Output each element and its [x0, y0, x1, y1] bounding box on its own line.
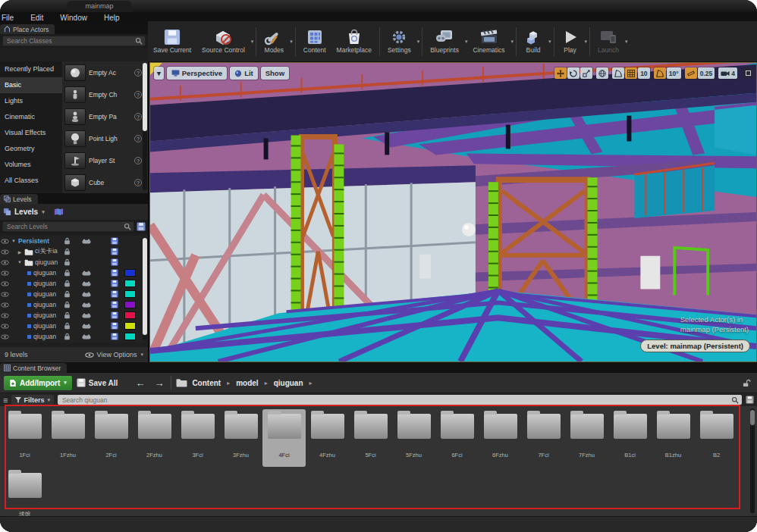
eye-icon[interactable] [0, 313, 9, 318]
folder-item[interactable]: 4Fzhu [306, 409, 349, 467]
help-badge[interactable]: ? [134, 91, 142, 99]
level-color-swatch[interactable] [124, 333, 136, 340]
save-search-icon[interactable] [746, 396, 754, 404]
gamepad-icon[interactable] [82, 301, 91, 308]
level-color-swatch[interactable] [124, 322, 136, 330]
breadcrumb-content[interactable]: Content [192, 379, 221, 387]
panel-splitter[interactable] [148, 62, 149, 362]
lock-sources-button[interactable] [743, 376, 751, 390]
breadcrumb-model[interactable]: model [236, 379, 258, 387]
chevron-down-icon[interactable]: ▾ [251, 39, 254, 45]
blueprints-button[interactable]: Blueprints [425, 23, 464, 60]
menu-file[interactable]: File [2, 14, 14, 22]
folder-item[interactable]: 3Fci [176, 409, 219, 467]
folder-item[interactable]: 7Fci [522, 409, 565, 467]
surface-snap-button[interactable] [612, 67, 624, 79]
search-classes-input[interactable] [5, 36, 135, 45]
viewport-3d[interactable]: ▾ Perspective Lit Show 1 [149, 62, 757, 362]
actor-item-point-light[interactable]: Point Ligh ? [62, 127, 148, 149]
source-control-button[interactable]: Source Control [196, 23, 250, 60]
tab-levels[interactable]: Levels [0, 194, 38, 204]
level-row-folder[interactable]: ▼ qiuguan [0, 257, 148, 268]
eye-icon[interactable] [0, 324, 9, 329]
tab-place-actors[interactable]: Place Actors [0, 24, 55, 34]
chevron-down-icon[interactable]: ▾ [290, 39, 293, 45]
folder-item[interactable]: B2 [695, 409, 738, 467]
grid-snap-value[interactable]: 10 [638, 67, 650, 79]
actor-item-empty-character[interactable]: Empty Ch ? [62, 83, 148, 105]
breadcrumb-separator[interactable]: ▸ [308, 380, 314, 386]
scale-snap-toggle[interactable] [685, 67, 697, 79]
search-assets-input[interactable] [61, 396, 731, 405]
eye-icon[interactable] [0, 292, 9, 297]
save-current-button[interactable]: Save Current [148, 23, 196, 60]
lock-icon[interactable] [64, 248, 71, 256]
scale-snap-value[interactable]: 0.25 [698, 67, 715, 79]
move-tool-button[interactable] [554, 67, 567, 79]
level-color-swatch[interactable] [124, 301, 136, 308]
category-lights[interactable]: Lights [0, 93, 62, 109]
gamepad-icon[interactable] [82, 322, 91, 330]
lock-icon[interactable] [64, 269, 71, 277]
actor-item-empty-actor[interactable]: Empty Ac ? [62, 61, 148, 83]
back-button[interactable]: ← [133, 377, 147, 389]
category-visual-effects[interactable]: Visual Effects [0, 125, 62, 141]
folder-item[interactable]: 2Fzhu [133, 409, 176, 467]
help-badge[interactable]: ? [134, 157, 142, 164]
build-button[interactable]: Build [519, 23, 548, 60]
chevron-down-icon[interactable]: ▾ [585, 39, 588, 45]
window-title-tab[interactable]: mainmap [67, 1, 132, 12]
lock-icon[interactable] [64, 237, 71, 246]
forward-button[interactable]: → [152, 377, 166, 389]
save-level-icon[interactable] [111, 237, 118, 246]
save-level-icon[interactable] [111, 311, 118, 320]
level-row[interactable]: qiuguan [0, 268, 148, 278]
maximize-viewport-button[interactable] [743, 67, 753, 78]
folder-item[interactable]: 7Fzhu [565, 409, 608, 467]
viewport-options-button[interactable]: ▾ [154, 67, 164, 80]
chevron-down-icon[interactable]: ▾ [417, 39, 420, 45]
lock-icon[interactable] [64, 333, 71, 341]
menu-window[interactable]: Window [60, 14, 87, 22]
chevron-down-icon[interactable]: ▾ [625, 39, 628, 45]
folder-item[interactable]: 1Fzhu [46, 409, 90, 467]
eye-icon[interactable] [0, 334, 9, 340]
lock-icon[interactable] [64, 301, 71, 309]
category-recently-placed[interactable]: Recently Placed [0, 61, 62, 77]
lock-icon[interactable] [64, 322, 71, 330]
save-level-icon[interactable] [111, 290, 118, 299]
expand-arrow-icon[interactable]: ▶ [17, 249, 23, 255]
rotation-snap-value[interactable]: 10° [667, 67, 681, 79]
gamepad-icon[interactable] [82, 237, 91, 245]
scrollbar[interactable] [143, 63, 147, 190]
search-levels-input[interactable] [5, 222, 124, 231]
help-badge[interactable]: ? [134, 113, 142, 120]
rotate-tool-button[interactable] [567, 67, 580, 79]
level-color-swatch[interactable] [124, 311, 136, 319]
scrollbar[interactable] [750, 408, 755, 513]
save-level-icon[interactable] [111, 322, 118, 330]
actor-item-cube[interactable]: Cube ? [62, 171, 148, 193]
category-cinematic[interactable]: Cinematic [0, 109, 62, 125]
gamepad-icon[interactable] [82, 311, 91, 319]
save-level-icon[interactable] [111, 280, 118, 288]
category-geometry[interactable]: Geometry [0, 141, 62, 157]
filters-button[interactable]: Filters ▾ [11, 395, 54, 405]
lit-mode-button[interactable]: Lit [230, 67, 258, 80]
lock-icon[interactable] [64, 311, 71, 320]
expand-arrow-icon[interactable]: ▼ [17, 260, 23, 264]
folder-item[interactable]: B1zhu [652, 409, 695, 467]
eye-icon[interactable] [0, 239, 9, 244]
lock-icon[interactable] [64, 258, 71, 267]
content-button[interactable]: Content [298, 23, 331, 60]
gamepad-icon[interactable] [82, 290, 91, 298]
scale-tool-button[interactable] [580, 67, 592, 79]
level-row[interactable]: qiuguan [0, 321, 148, 331]
menu-help[interactable]: Help [104, 14, 120, 22]
folder-item[interactable]: 1Fci [3, 409, 46, 467]
breadcrumb-qiuguan[interactable]: qiuguan [274, 379, 303, 387]
level-color-swatch[interactable] [124, 269, 136, 277]
save-level-icon[interactable] [111, 333, 118, 341]
rotation-snap-toggle[interactable] [654, 67, 666, 79]
current-level-badge[interactable]: Level: mainmap (Persistent) [640, 340, 750, 352]
